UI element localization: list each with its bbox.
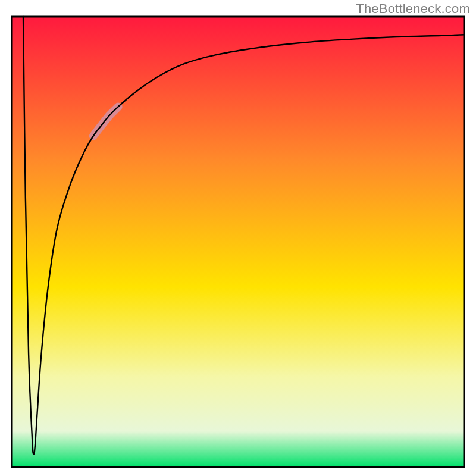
- bottleneck-chart: [0, 0, 476, 476]
- chart-container: TheBottleneck.com: [0, 0, 476, 476]
- plot-background: [12, 17, 464, 467]
- watermark-text: TheBottleneck.com: [356, 1, 470, 17]
